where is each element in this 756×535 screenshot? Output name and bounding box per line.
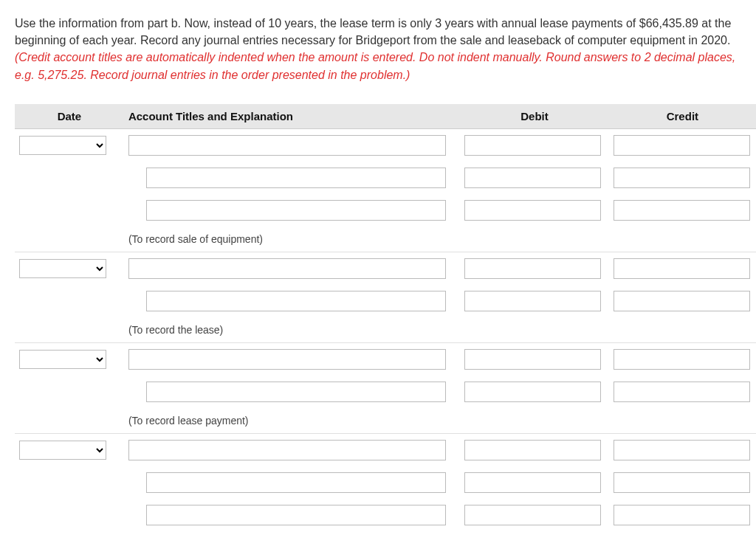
explanation-payment: (To record lease payment) <box>128 415 249 427</box>
debit-input[interactable] <box>464 440 601 460</box>
credit-input[interactable] <box>614 440 750 460</box>
header-account: Account Titles and Explanation <box>124 104 460 129</box>
account-input[interactable] <box>128 135 446 156</box>
debit-input[interactable] <box>464 200 601 221</box>
account-input[interactable] <box>146 168 446 188</box>
debit-input[interactable] <box>464 168 601 188</box>
instructions-text: Use the information from part b. Now, in… <box>15 17 731 46</box>
date-select-2[interactable] <box>19 259 106 278</box>
header-credit: Credit <box>609 104 756 129</box>
problem-instructions: Use the information from part b. Now, in… <box>15 15 756 83</box>
debit-input[interactable] <box>464 505 601 525</box>
credit-input[interactable] <box>614 258 750 279</box>
credit-input[interactable] <box>614 349 750 370</box>
date-select-3[interactable] <box>19 350 106 369</box>
journal-entry-table: Date Account Titles and Explanation Debi… <box>15 104 756 531</box>
credit-input[interactable] <box>614 505 750 525</box>
debit-input[interactable] <box>464 472 601 493</box>
debit-input[interactable] <box>464 258 601 279</box>
credit-input[interactable] <box>614 135 750 156</box>
header-debit: Debit <box>460 104 608 129</box>
credit-input[interactable] <box>614 291 750 311</box>
date-select-1[interactable] <box>19 136 106 155</box>
account-input[interactable] <box>146 505 446 525</box>
account-input[interactable] <box>146 291 446 311</box>
account-input[interactable] <box>128 349 446 370</box>
credit-input[interactable] <box>614 382 750 402</box>
header-date: Date <box>15 104 124 129</box>
debit-input[interactable] <box>464 291 601 311</box>
account-input[interactable] <box>146 382 446 402</box>
credit-input[interactable] <box>614 168 750 188</box>
account-input[interactable] <box>128 258 446 279</box>
explanation-lease: (To record the lease) <box>128 324 223 336</box>
instructions-red-text: (Credit account titles are automatically… <box>15 51 735 80</box>
date-select-4[interactable] <box>19 441 106 460</box>
debit-input[interactable] <box>464 135 601 156</box>
account-input[interactable] <box>146 472 446 493</box>
explanation-sale: (To record sale of equipment) <box>128 233 263 245</box>
account-input[interactable] <box>146 200 446 221</box>
debit-input[interactable] <box>464 349 601 370</box>
debit-input[interactable] <box>464 382 601 402</box>
credit-input[interactable] <box>614 472 750 493</box>
credit-input[interactable] <box>614 200 750 221</box>
account-input[interactable] <box>128 440 446 460</box>
